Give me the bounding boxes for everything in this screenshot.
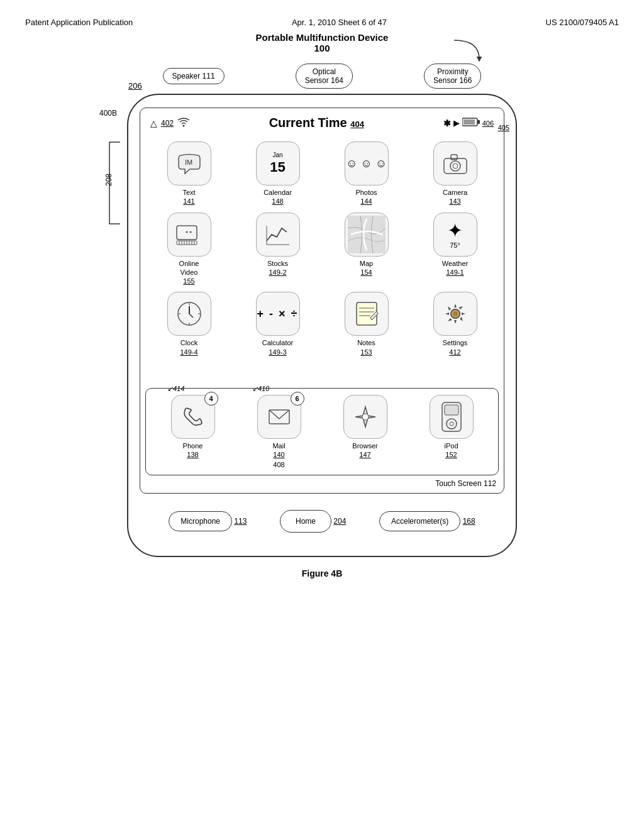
ipod-label: iPod152 (444, 441, 458, 460)
touch-screen-label: Touch Screen 112 (145, 479, 499, 488)
app-grid: IM Text141 Jan 15 (145, 138, 499, 360)
video-label: OnlineVideo155 (179, 259, 199, 286)
accelerometer-ref: 168 (463, 517, 475, 526)
ipod-icon (430, 395, 474, 439)
weather-label: Weather149-1 (442, 259, 468, 277)
camera-label: Camera143 (443, 188, 467, 206)
app-item-calculator[interactable]: + - × ÷ Calculator149-3 (236, 292, 319, 357)
microphone-ref: 113 (234, 517, 247, 526)
stocks-label: Stocks149-2 (267, 259, 288, 277)
accelerometer-shape: Accelerometer(s) (379, 511, 460, 531)
app-item-calendar[interactable]: Jan 15 Calendar148 (236, 141, 319, 206)
figure-caption: Figure 4B (302, 568, 343, 578)
device-wrapper: Speaker 111 Optical Sensor 164 Proximity… (108, 64, 536, 557)
optical-sensor-label: Optical Sensor 164 (296, 64, 353, 89)
bracket-208: 208 (104, 139, 123, 230)
map-label: Map154 (360, 259, 373, 277)
browser-label: Browser147 (352, 441, 377, 460)
clock-label: Clock149-4 (180, 338, 197, 357)
svg-point-19 (189, 231, 191, 233)
accelerometer-button[interactable]: Accelerometer(s) 168 (379, 511, 475, 533)
clock-icon (167, 292, 211, 336)
calendar-label: Calendar148 (264, 188, 292, 206)
device-title-line2: 100 (256, 43, 389, 53)
svg-rect-30 (357, 302, 377, 325)
svg-point-6 (450, 161, 460, 171)
notes-icon (345, 292, 389, 336)
badge-ref-414: ↙414 (167, 385, 184, 393)
ref-405: 405 (498, 124, 509, 131)
label-400b: 400B (99, 109, 117, 118)
app-item-notes[interactable]: Notes153 (325, 292, 408, 357)
top-components-row: Speaker 111 Optical Sensor 164 Proximity… (108, 64, 536, 89)
proximity-sensor-label: Proximity Sensor 166 (424, 64, 481, 89)
calendar-icon: Jan 15 (256, 141, 300, 185)
svg-point-40 (362, 414, 369, 420)
settings-label: Settings412 (443, 338, 468, 357)
wifi-icon (177, 117, 190, 130)
phone-label: Phone138 (183, 441, 203, 460)
im-text-icon: IM (167, 141, 211, 185)
device-title: Portable Multifunction Device 100 (256, 32, 389, 53)
map-icon (345, 213, 389, 257)
app-item-camera[interactable]: Camera143 (414, 141, 496, 206)
dock-item-mail[interactable]: ↙410 6 Mail140 408 (238, 395, 319, 468)
app-item-video[interactable]: OnlineVideo155 (148, 213, 230, 286)
svg-rect-2 (477, 120, 480, 124)
photos-icon: ☺ ☺ ☺ (345, 141, 389, 185)
title-arrow (448, 37, 486, 64)
dock-item-phone[interactable]: ↙414 4 Phone138 (152, 395, 233, 468)
mail-label: Mail140 (272, 441, 285, 460)
svg-point-8 (453, 163, 458, 169)
dock-container: ↙414 4 Phone138 (145, 388, 499, 475)
status-right: ✱ ▶ 405 406 (443, 117, 494, 129)
bottom-buttons: Microphone 113 Home 204 Accelerometer(s)… (140, 501, 504, 543)
calculator-label: Calculator149-3 (262, 338, 294, 357)
dock-item-browser[interactable]: Browser147 (325, 395, 406, 468)
app-item-photos[interactable]: ☺ ☺ ☺ Photos144 (325, 141, 408, 206)
phone-badge: 4 (204, 392, 218, 406)
home-shape: Home (280, 510, 331, 533)
ref-404: 404 (350, 119, 364, 129)
svg-rect-7 (451, 155, 457, 160)
battery-icon (462, 117, 480, 129)
patent-header: Patent Application Publication Apr. 1, 2… (0, 13, 644, 32)
spacer (145, 360, 499, 385)
svg-point-37 (453, 311, 458, 316)
header-center: Apr. 1, 2010 Sheet 6 of 47 (292, 18, 387, 27)
device-title-line1: Portable Multifunction Device (256, 32, 389, 43)
svg-rect-42 (445, 405, 458, 415)
device-screen: △ 402 (140, 108, 504, 494)
svg-point-0 (183, 124, 185, 126)
phone-icon: 4 (171, 395, 215, 439)
status-bar: △ 402 (145, 113, 499, 133)
mail-icon: 6 (257, 395, 301, 439)
dock-item-ipod[interactable]: iPod152 (411, 395, 492, 468)
app-item-map[interactable]: Map154 (325, 213, 408, 286)
status-left: △ 402 (150, 117, 190, 130)
im-text-label: Text141 (182, 188, 195, 206)
signal-icon: △ (150, 118, 157, 128)
speaker-label: Speaker 111 (163, 68, 225, 84)
badge-ref-410: ↙410 (252, 385, 269, 393)
stocks-icon (256, 213, 300, 257)
calculator-icon: + - × ÷ (256, 292, 300, 336)
mail-badge: 6 (291, 392, 304, 406)
header-left: Patent Application Publication (25, 18, 133, 27)
app-item-settings[interactable]: Settings412 (414, 292, 496, 357)
svg-rect-22 (348, 216, 386, 253)
device-outer: 206 400B 208 △ 402 (127, 94, 517, 557)
header-right: US 2100/079405 A1 (546, 18, 619, 27)
app-item-clock[interactable]: Clock149-4 (148, 292, 230, 357)
ref-406: 406 (482, 119, 494, 127)
dock-label-408: 408 (273, 461, 284, 468)
app-item-weather[interactable]: ✦ 75° Weather149-1 (414, 213, 496, 286)
app-item-stocks[interactable]: Stocks149-2 (236, 213, 319, 286)
microphone-button[interactable]: Microphone 113 (169, 511, 247, 533)
svg-rect-3 (464, 119, 475, 124)
home-button[interactable]: Home 204 (280, 510, 346, 534)
video-icon (167, 213, 211, 257)
camera-icon (433, 141, 477, 185)
app-item-im-text[interactable]: IM Text141 (148, 141, 230, 206)
browser-icon (343, 395, 387, 439)
